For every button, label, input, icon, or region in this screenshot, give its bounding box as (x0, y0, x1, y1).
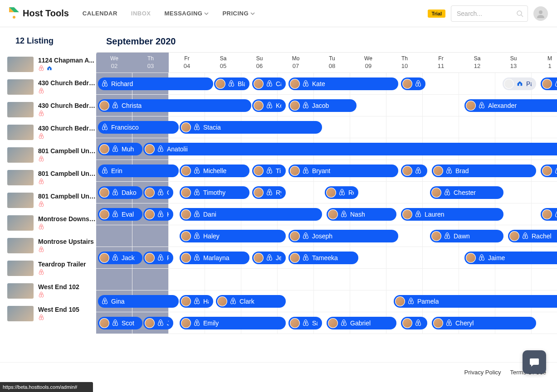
booking[interactable] (541, 165, 557, 177)
booking[interactable]: Rya (252, 186, 286, 199)
booking[interactable]: Cheryl (432, 317, 536, 329)
nav-pricing[interactable]: PRICING (222, 10, 255, 17)
listing-item[interactable]: West End 105 (7, 306, 96, 322)
calendar-cell[interactable] (532, 182, 557, 203)
calendar-cell[interactable] (132, 269, 169, 290)
listing-item[interactable]: 801 Campbell Uni... (7, 193, 96, 209)
booking[interactable]: Hal (180, 295, 213, 308)
calendar-cell[interactable] (350, 290, 386, 312)
booking[interactable]: Haley (180, 230, 286, 242)
booking[interactable]: Jef (252, 252, 286, 264)
booking[interactable]: Emily (180, 317, 286, 329)
calendar-cell[interactable] (96, 225, 132, 247)
listing-item[interactable]: 430 Church Bedro... (7, 125, 96, 141)
booking[interactable]: Tameeka (288, 252, 358, 264)
calendar-cell[interactable] (459, 73, 495, 94)
booking[interactable]: Car (252, 77, 286, 90)
calendar-cell[interactable] (132, 225, 169, 247)
day-column[interactable]: We09 (350, 53, 386, 73)
booking[interactable]: Brad (432, 165, 536, 177)
day-column[interactable]: M1 (532, 53, 557, 73)
day-column[interactable]: Th10 (386, 53, 423, 73)
calendar-cell[interactable] (423, 95, 459, 116)
calendar-cell[interactable] (96, 269, 132, 290)
booking[interactable]: Erin (98, 165, 179, 177)
listing-item[interactable]: 1124 Chapman A... (7, 57, 96, 73)
booking[interactable]: Ker (252, 99, 286, 112)
footer-privacy[interactable]: Privacy Policy (464, 369, 501, 376)
calendar-cell[interactable] (532, 116, 557, 138)
booking[interactable]: Dako (98, 186, 142, 199)
booking[interactable]: Jaime (464, 252, 557, 264)
calendar-cell[interactable] (278, 269, 314, 290)
booking[interactable]: Tim (252, 165, 286, 177)
calendar-cell[interactable] (423, 247, 459, 268)
booking[interactable]: Jer (143, 317, 173, 329)
booking[interactable]: Kat (143, 208, 173, 221)
nav-calendar[interactable]: CALENDAR (83, 10, 117, 17)
day-column[interactable]: Th03 (132, 53, 169, 73)
calendar-cell[interactable] (314, 290, 350, 312)
calendar-cell[interactable] (169, 269, 205, 290)
booking[interactable]: Christa (98, 99, 251, 112)
booking[interactable]: Muh (98, 143, 142, 155)
booking[interactable]: Chester (430, 186, 503, 199)
chat-widget[interactable] (523, 350, 546, 374)
calendar-cell[interactable] (423, 73, 459, 94)
listing-item[interactable]: 801 Campbell Uni... (7, 147, 96, 164)
calendar-cell[interactable] (386, 247, 423, 268)
booking[interactable]: Dani (180, 208, 322, 221)
logo[interactable]: Host Tools (9, 7, 69, 20)
booking[interactable]: Alexander (464, 99, 557, 112)
listing-item[interactable]: Montrose Downst... (7, 215, 96, 232)
booking[interactable]: Pat (143, 252, 173, 264)
booking[interactable]: Scot (98, 317, 142, 329)
calendar-cell[interactable] (386, 95, 423, 116)
calendar-cell[interactable] (350, 269, 386, 290)
calendar-cell[interactable] (459, 116, 495, 138)
booking[interactable]: Pamela (394, 295, 557, 308)
booking[interactable]: Ma (401, 77, 425, 90)
booking[interactable]: Sar (288, 317, 322, 329)
listing-item[interactable]: West End 102 (7, 283, 96, 300)
day-column[interactable]: Tu08 (314, 53, 350, 73)
booking[interactable]: Gina (98, 295, 179, 308)
booking[interactable]: Bla (214, 77, 249, 90)
calendar-grid[interactable]: We02Th03Fr04Sa05Su06Mo07Tu08We09Th10Fr11… (96, 52, 557, 362)
booking[interactable]: Ter (401, 165, 427, 177)
booking[interactable]: Eval (98, 208, 142, 221)
day-column[interactable]: Fr11 (423, 53, 459, 73)
day-column[interactable]: Sa12 (459, 53, 495, 73)
nav-inbox[interactable]: INBOX (131, 10, 151, 17)
listing-item[interactable]: Montrose Upstairs (7, 238, 96, 254)
calendar-cell[interactable] (205, 269, 241, 290)
booking[interactable]: Clark (216, 295, 286, 308)
booking[interactable]: Timothy (180, 186, 249, 199)
booking[interactable]: Marlayna (180, 252, 249, 264)
calendar-cell[interactable] (459, 269, 495, 290)
booking[interactable]: Joseph (288, 230, 398, 242)
booking[interactable]: Paul (503, 77, 536, 90)
day-column[interactable]: Su06 (241, 53, 278, 73)
booking[interactable]: Michelle (180, 165, 249, 177)
booking[interactable]: Lyd (401, 317, 427, 329)
booking[interactable]: Robi (325, 186, 358, 199)
booking[interactable]: Kate (288, 77, 398, 90)
booking[interactable]: Lauren (401, 208, 503, 221)
calendar-cell[interactable] (386, 269, 423, 290)
booking[interactable] (541, 208, 557, 221)
day-column[interactable]: We02 (96, 53, 132, 73)
day-column[interactable]: Sa05 (205, 53, 241, 73)
calendar-cell[interactable] (386, 182, 423, 203)
booking[interactable]: Bryant (288, 165, 398, 177)
calendar-cell[interactable] (495, 269, 532, 290)
listing-item[interactable]: Teardrop Trailer (7, 261, 96, 277)
day-column[interactable]: Su13 (495, 53, 532, 73)
booking[interactable]: Gal (143, 186, 173, 199)
calendar-cell[interactable] (423, 269, 459, 290)
day-column[interactable]: Mo07 (278, 53, 314, 73)
booking[interactable]: Rachel (508, 230, 557, 242)
trial-badge[interactable]: Trial (428, 10, 445, 18)
listing-item[interactable]: 430 Church Bedro... (7, 79, 96, 96)
listing-item[interactable]: 430 Church Bedro... (7, 102, 96, 118)
